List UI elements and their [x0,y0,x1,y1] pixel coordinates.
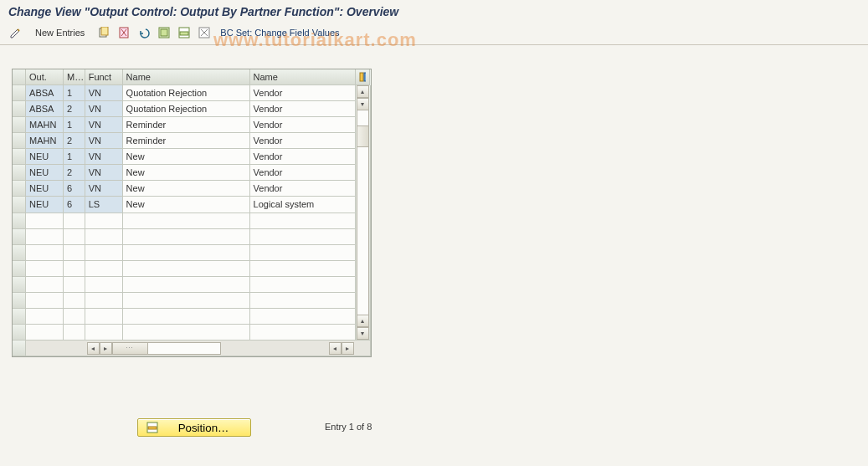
select-all-icon[interactable] [157,25,172,40]
cell-m[interactable] [64,325,85,341]
cell-name2: Vendor [250,181,356,197]
row-selector[interactable] [13,245,26,261]
cell-funct[interactable] [85,213,123,229]
new-entries-button[interactable]: New Entries [28,26,91,39]
delete-icon[interactable] [116,25,131,40]
cell-name1 [123,309,250,325]
row-selector[interactable] [13,133,26,149]
cell-m[interactable] [64,309,85,325]
row-selector[interactable] [13,277,26,293]
cell-name2: Vendor [250,149,356,165]
column-header-funct[interactable]: Funct [85,69,123,85]
cell-m[interactable]: 1 [64,117,85,133]
cell-funct[interactable]: VN [85,85,123,101]
cell-m[interactable] [64,245,85,261]
row-selector[interactable] [13,149,26,165]
cell-funct[interactable] [85,325,123,341]
row-selector[interactable] [13,325,26,341]
column-header-m[interactable]: M… [64,69,85,85]
column-header-out[interactable]: Out. [26,69,64,85]
v-scroll-thumb[interactable] [357,125,368,147]
cell-out[interactable] [26,325,64,341]
v-scroll-track[interactable] [357,110,369,315]
scroll-page-up-icon[interactable]: ▴ [357,315,369,327]
row-selector[interactable] [13,85,26,101]
cell-m[interactable] [64,261,85,277]
cell-m[interactable]: 6 [64,197,85,213]
cell-funct[interactable]: LS [85,197,123,213]
cell-out[interactable]: ABSA [26,85,64,101]
cell-out[interactable]: MAHN [26,133,64,149]
cell-out[interactable] [26,309,64,325]
cell-funct[interactable]: VN [85,133,123,149]
select-block-icon[interactable] [177,25,192,40]
row-selector[interactable] [13,309,26,325]
cell-out[interactable] [26,293,64,309]
bc-set-change-field-values-button[interactable]: BC Set: Change Field Values [217,28,339,38]
cell-funct[interactable] [85,277,123,293]
scroll-right-icon[interactable]: ◂ [329,342,342,355]
row-selector[interactable] [13,293,26,309]
cell-m[interactable] [64,277,85,293]
cell-out[interactable]: NEU [26,149,64,165]
row-selector[interactable] [13,165,26,181]
cell-funct[interactable] [85,309,123,325]
cell-out[interactable]: NEU [26,197,64,213]
row-selector[interactable] [13,197,26,213]
cell-funct[interactable]: VN [85,101,123,117]
cell-out[interactable]: NEU [26,165,64,181]
cell-m[interactable]: 6 [64,181,85,197]
undo-change-icon[interactable] [136,25,152,40]
cell-funct[interactable] [85,261,123,277]
cell-m[interactable]: 1 [64,85,85,101]
cell-m[interactable] [64,293,85,309]
cell-m[interactable] [64,229,85,245]
position-button[interactable]: Position… [137,418,251,437]
cell-out[interactable]: MAHN [26,117,64,133]
svg-rect-1 [101,27,108,35]
row-selector[interactable] [13,261,26,277]
cell-funct[interactable]: VN [85,149,123,165]
cell-m[interactable]: 2 [64,165,85,181]
cell-out[interactable] [26,261,64,277]
select-all-column-header[interactable] [13,69,26,85]
scroll-down-icon[interactable]: ▾ [357,98,369,110]
cell-out[interactable] [26,277,64,293]
horizontal-scrollbar[interactable]: ◂ ▸ ◂ ▸ [87,341,354,356]
h-scroll-track[interactable] [112,342,221,355]
scroll-left-start-icon[interactable]: ◂ [87,342,100,355]
copy-as-icon[interactable] [96,25,111,40]
cell-funct[interactable]: VN [85,181,123,197]
cell-m[interactable] [64,213,85,229]
cell-name1 [123,277,250,293]
deselect-all-icon[interactable] [197,25,212,40]
cell-m[interactable]: 2 [64,101,85,117]
cell-out[interactable]: ABSA [26,101,64,117]
cell-m[interactable]: 2 [64,133,85,149]
row-selector[interactable] [13,213,26,229]
scroll-page-down-icon[interactable]: ▾ [357,327,369,340]
scroll-left-icon[interactable]: ▸ [100,342,112,355]
row-selector[interactable] [13,117,26,133]
h-scroll-thumb[interactable] [113,343,148,354]
cell-funct[interactable]: VN [85,165,123,181]
cell-out[interactable] [26,229,64,245]
scroll-right-end-icon[interactable]: ▸ [342,342,354,355]
cell-funct[interactable] [85,229,123,245]
vertical-scrollbar[interactable]: ▴▾▴▾ [356,85,370,340]
cell-funct[interactable] [85,245,123,261]
row-selector[interactable] [13,101,26,117]
cell-out[interactable]: NEU [26,181,64,197]
table-settings-icon[interactable] [356,69,370,85]
toggle-display-change-icon[interactable] [8,25,23,40]
row-selector[interactable] [13,229,26,245]
scroll-up-icon[interactable]: ▴ [357,85,369,98]
column-header-name2[interactable]: Name [250,69,356,85]
cell-out[interactable] [26,213,64,229]
cell-funct[interactable]: VN [85,117,123,133]
row-selector[interactable] [13,181,26,197]
column-header-name1[interactable]: Name [123,69,250,85]
cell-funct[interactable] [85,293,123,309]
cell-m[interactable]: 1 [64,149,85,165]
cell-out[interactable] [26,245,64,261]
